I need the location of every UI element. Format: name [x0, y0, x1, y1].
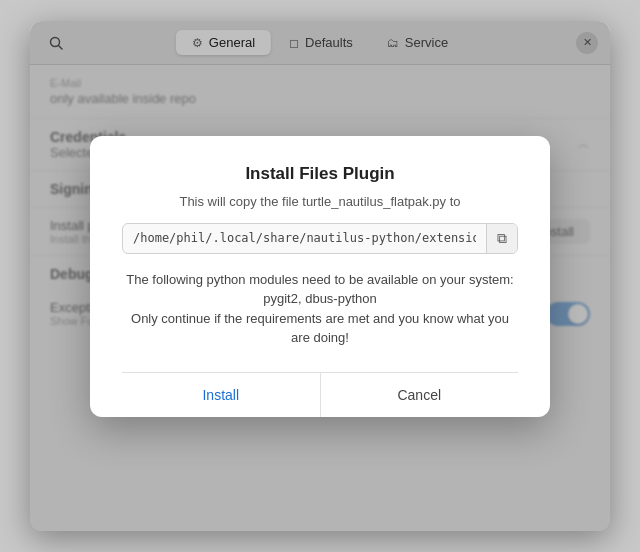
modal-warning: The following python modules need to be … [122, 270, 518, 348]
modal-install-button[interactable]: Install [122, 373, 321, 417]
modal-path-row: ⧉ [122, 223, 518, 254]
modal-subtitle: This will copy the file turtle_nautilus_… [179, 194, 460, 209]
modal-warning-line1: The following python modules need to be … [126, 272, 513, 307]
modal-path-input[interactable] [123, 224, 486, 252]
main-window: ⚙ General ◻ Defaults 🗂 Service ✕ E-Mail … [30, 21, 610, 531]
install-files-plugin-modal: Install Files Plugin This will copy the … [90, 136, 550, 417]
copy-icon: ⧉ [497, 230, 507, 246]
modal-overlay: Install Files Plugin This will copy the … [30, 21, 610, 531]
copy-path-button[interactable]: ⧉ [486, 224, 517, 253]
modal-cancel-button[interactable]: Cancel [321, 373, 519, 417]
modal-warning-line2: Only continue if the requirements are me… [131, 311, 509, 346]
modal-actions: Install Cancel [122, 372, 518, 417]
modal-title: Install Files Plugin [245, 164, 394, 184]
